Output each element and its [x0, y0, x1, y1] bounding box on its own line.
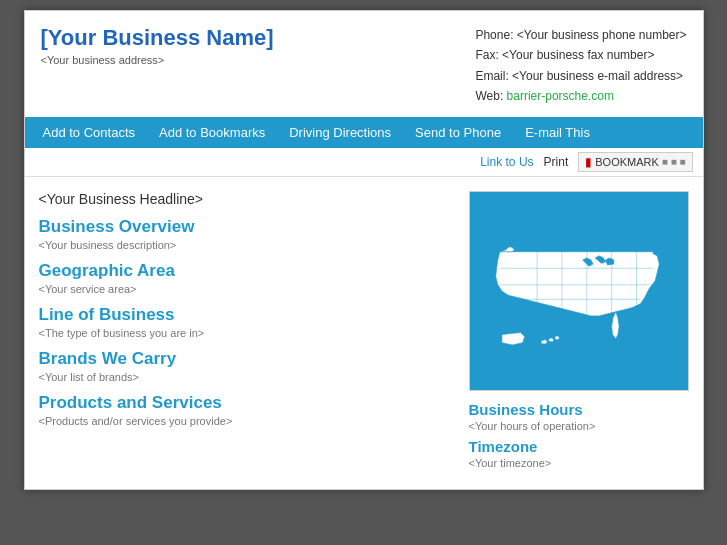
bookmark-icon: ▮ — [585, 155, 592, 169]
map-svg — [475, 197, 682, 385]
main-content: <Your Business Headline> Business Overvi… — [25, 177, 703, 489]
business-name: [Your Business Name] — [41, 25, 274, 51]
section-desc-3: <Your list of brands> — [39, 371, 455, 383]
header: [Your Business Name] <Your business addr… — [25, 11, 703, 117]
section-desc-4: <Products and/or services you provide> — [39, 415, 455, 427]
header-left: [Your Business Name] <Your business addr… — [41, 25, 274, 107]
fax: Fax: <Your business fax number> — [475, 45, 686, 65]
nav-bar: Add to Contacts Add to Bookmarks Driving… — [25, 117, 703, 148]
sidebar-section-desc-1: <Your timezone> — [469, 457, 689, 469]
nav-driving-directions[interactable]: Driving Directions — [277, 117, 403, 148]
link-to-us[interactable]: Link to Us — [480, 155, 533, 169]
bookmark-button[interactable]: ▮ BOOKMARK ■ ■ ■ — [578, 152, 692, 172]
action-bar: Link to Us Print ▮ BOOKMARK ■ ■ ■ — [25, 148, 703, 177]
business-headline: <Your Business Headline> — [39, 191, 455, 207]
section-desc-0: <Your business description> — [39, 239, 455, 251]
sidebar-section-title-0: Business Hours — [469, 401, 689, 418]
section-title-3: Brands We Carry — [39, 349, 455, 369]
print-link[interactable]: Print — [544, 155, 569, 169]
section-desc-1: <Your service area> — [39, 283, 455, 295]
sidebar-section-desc-0: <Your hours of operation> — [469, 420, 689, 432]
right-column: Business Hours <Your hours of operation>… — [469, 191, 689, 475]
bookmark-extras: ■ ■ ■ — [662, 156, 686, 167]
web: Web: barrier-porsche.com — [475, 86, 686, 106]
section-desc-2: <The type of business you are in> — [39, 327, 455, 339]
phone: Phone: <Your business phone number> — [475, 25, 686, 45]
nav-add-to-contacts[interactable]: Add to Contacts — [31, 117, 148, 148]
nav-add-to-bookmarks[interactable]: Add to Bookmarks — [147, 117, 277, 148]
header-right: Phone: <Your business phone number> Fax:… — [475, 25, 686, 107]
us-map — [469, 191, 689, 391]
section-title-2: Line of Business — [39, 305, 455, 325]
email: Email: <Your business e-mail address> — [475, 66, 686, 86]
section-title-0: Business Overview — [39, 217, 455, 237]
nav-send-to-phone[interactable]: Send to Phone — [403, 117, 513, 148]
web-url[interactable]: barrier-porsche.com — [507, 89, 614, 103]
sidebar-section-title-1: Timezone — [469, 438, 689, 455]
page-wrapper: [Your Business Name] <Your business addr… — [24, 10, 704, 490]
left-column: <Your Business Headline> Business Overvi… — [39, 191, 455, 475]
section-title-1: Geographic Area — [39, 261, 455, 281]
nav-email-this[interactable]: E-mail This — [513, 117, 602, 148]
section-title-4: Products and Services — [39, 393, 455, 413]
business-address: <Your business address> — [41, 54, 274, 66]
web-label: Web: — [475, 89, 503, 103]
bookmark-label: BOOKMARK — [595, 156, 659, 168]
